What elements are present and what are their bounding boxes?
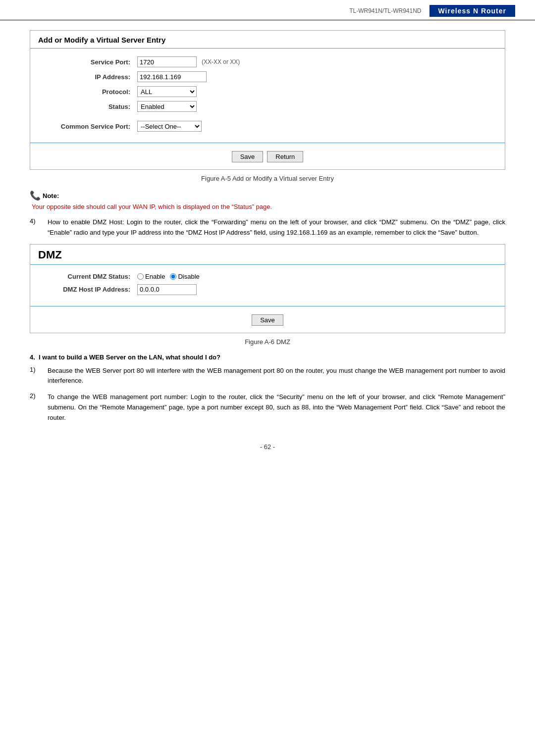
virtual-server-panel: Add or Modify a Virtual Server Entry Ser…	[30, 30, 505, 170]
dmz-host-ip-input[interactable]	[137, 284, 197, 295]
note-label: 📞 Note:	[30, 190, 505, 201]
dmz-enable-radio-item: Enable	[137, 273, 165, 280]
note-section: 📞 Note: Your opposite side should call y…	[30, 190, 505, 210]
section4-item2-number: 2)	[30, 392, 48, 423]
ip-address-row: IP Address:	[38, 71, 497, 82]
section4-item1-number: 1)	[30, 366, 48, 387]
protocol-label: Protocol:	[38, 88, 137, 96]
panel-divider	[30, 48, 505, 49]
panel-title-prefix: Add or	[38, 36, 64, 44]
dmz-status-row: Current DMZ Status: Enable Disable	[38, 273, 497, 280]
section4-heading-text: I want to build a WEB Server on the LAN,…	[39, 353, 220, 361]
service-port-hint: (XX-XX or XX)	[202, 58, 240, 65]
page-footer: - 62 -	[30, 443, 505, 460]
section4-number: 4.	[30, 353, 35, 361]
section4-item2: 2) To change the WEB management port num…	[30, 392, 505, 423]
service-port-label: Service Port:	[38, 58, 137, 66]
dmz-title: DMZ	[30, 245, 505, 264]
form-table: Service Port: (XX-XX or XX) IP Address: …	[30, 53, 505, 143]
dmz-disable-radio-item: Disable	[170, 273, 199, 280]
ip-address-input[interactable]	[137, 71, 207, 82]
common-service-port-label: Common Service Port:	[38, 123, 137, 130]
protocol-row: Protocol: ALL TCP UDP	[38, 86, 497, 97]
ip-address-label: IP Address:	[38, 73, 137, 81]
dmz-status-radio-group: Enable Disable	[137, 273, 200, 280]
item4-list: 4) How to enable DMZ Host: Login to the …	[30, 217, 505, 238]
figure-a6-caption: Figure A-6 DMZ	[30, 338, 505, 346]
header-product: Wireless N Router	[429, 5, 515, 17]
page-content: Add or Modify a Virtual Server Entry Ser…	[0, 30, 535, 460]
section4-item1: 1) Because the WEB Server port 80 will i…	[30, 366, 505, 387]
note-text: Your opposite side should call your WAN …	[32, 203, 505, 210]
dmz-host-ip-label: DMZ Host IP Address:	[38, 286, 137, 293]
dmz-disable-radio[interactable]	[170, 273, 176, 280]
common-service-port-select[interactable]: --Select One--	[137, 121, 202, 132]
dmz-host-ip-row: DMZ Host IP Address:	[38, 284, 497, 295]
item4-number: 4)	[30, 217, 48, 238]
dmz-save-button[interactable]: Save	[252, 314, 283, 326]
dmz-panel: DMZ Current DMZ Status: Enable Disable	[30, 244, 505, 333]
dmz-status-label: Current DMZ Status:	[38, 273, 137, 280]
item4: 4) How to enable DMZ Host: Login to the …	[30, 217, 505, 238]
status-select[interactable]: Enabled Disabled	[137, 101, 197, 112]
section4-item2-text: To change the WEB management port number…	[48, 392, 505, 423]
note-icon: 📞	[30, 190, 41, 201]
panel-title: Add or Modify a Virtual Server Entry	[30, 31, 505, 48]
return-button[interactable]: Return	[267, 151, 303, 162]
service-port-row: Service Port: (XX-XX or XX)	[38, 56, 497, 67]
save-button[interactable]: Save	[232, 151, 264, 162]
figure-a5-caption: Figure A-5 Add or Modify a Virtual serve…	[30, 175, 505, 182]
status-label: Status:	[38, 103, 137, 110]
page-header: TL-WR941N/TL-WR941ND Wireless N Router	[0, 0, 535, 20]
dmz-panel-actions: Save	[30, 311, 505, 333]
protocol-select[interactable]: ALL TCP UDP	[137, 86, 197, 97]
section4-item1-text: Because the WEB Server port 80 will inte…	[48, 366, 505, 387]
dmz-enable-radio[interactable]	[137, 273, 144, 280]
dmz-disable-label: Disable	[178, 273, 199, 280]
header-model: TL-WR941N/TL-WR941ND	[349, 7, 421, 14]
service-port-input[interactable]	[137, 56, 197, 67]
dmz-form-table: Current DMZ Status: Enable Disable DMZ H…	[30, 270, 505, 306]
section4-heading: 4. I want to build a WEB Server on the L…	[30, 353, 505, 361]
panel-actions: Save Return	[30, 148, 505, 169]
panel-title-bold: Modify a Virtual Server Entry	[64, 36, 166, 44]
page-number: - 62 -	[260, 443, 275, 451]
status-row: Status: Enabled Disabled	[38, 101, 497, 112]
item4-text: How to enable DMZ Host: Login to the rou…	[48, 217, 505, 238]
dmz-enable-label: Enable	[145, 273, 165, 280]
dmz-panel-divider	[30, 264, 505, 265]
note-label-text: Note:	[43, 192, 59, 200]
panel-footer-divider	[30, 143, 505, 143]
dmz-footer-divider	[30, 306, 505, 306]
section4-list: 1) Because the WEB Server port 80 will i…	[30, 366, 505, 423]
common-service-port-row: Common Service Port: --Select One--	[38, 121, 497, 132]
